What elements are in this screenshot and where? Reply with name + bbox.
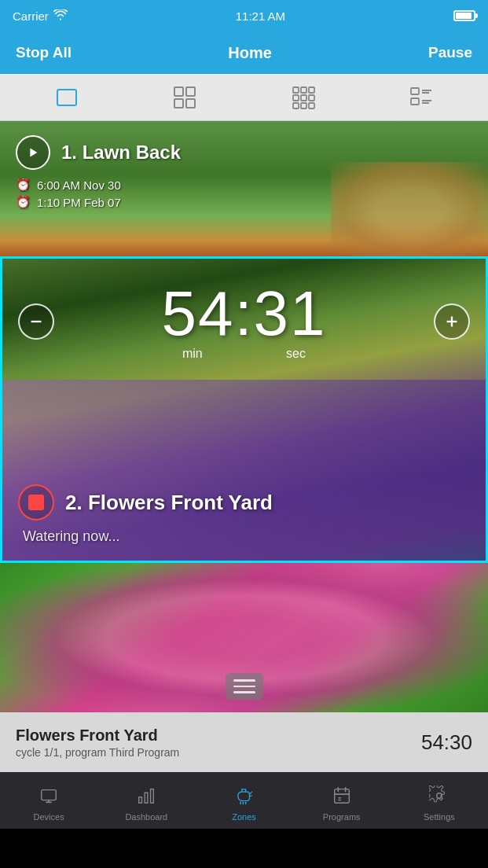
battery-icon [453,10,475,21]
svg-rect-28 [145,793,148,803]
zone1-header: 1. Lawn Back [16,135,472,170]
programs-icon [332,785,352,809]
sec-label: sec [286,347,306,361]
pause-button[interactable]: Pause [428,44,472,61]
view-list-icon[interactable] [404,80,438,115]
svg-rect-10 [309,95,314,101]
tab-dashboard-label: Dashboard [125,812,167,822]
drag-handle-bar [226,673,263,700]
svg-rect-0 [57,90,76,105]
time-display: 11:21 AM [236,9,285,23]
svg-rect-2 [186,87,195,96]
info-sub: cycle 1/1, program Third Program [16,746,179,759]
svg-rect-1 [174,87,183,96]
svg-rect-14 [411,88,419,94]
view-single-icon[interactable] [50,80,84,115]
zone1-content: 1. Lawn Back ⏰ 6:00 AM Nov 30 ⏰ 1:10 PM … [0,121,488,226]
stop-btn-inner [28,495,44,510]
wifi-icon [53,9,68,23]
zone1-schedule1: ⏰ 6:00 AM Nov 30 [16,178,472,192]
clock1-icon: ⏰ [16,178,31,192]
info-bar-left: Flowers Front Yard cycle 1/1, program Th… [16,726,179,759]
tab-settings[interactable]: Settings [391,772,488,829]
status-bar: Carrier 11:21 AM [0,0,488,31]
svg-rect-6 [301,87,306,93]
tab-devices[interactable]: Devices [0,772,97,829]
timer-display: 54:31 min sec [161,282,326,361]
svg-rect-4 [186,99,195,108]
info-timer: 54:30 [421,730,472,755]
svg-rect-33 [334,789,349,804]
zone-card-2: 54:31 min sec 2. Flowers Front Yard Wate… [0,256,488,563]
stop-all-button[interactable]: Stop All [16,44,72,61]
svg-rect-27 [139,797,142,803]
svg-rect-8 [293,95,299,101]
carrier-info: Carrier [13,9,68,23]
svg-rect-24 [42,790,57,800]
svg-rect-12 [301,103,306,108]
zone1-title: 1. Lawn Back [61,142,181,164]
view-selector [0,74,488,121]
tab-zones-label: Zones [232,812,256,822]
increase-timer-button[interactable] [434,303,470,340]
clock2-icon: ⏰ [16,195,31,209]
zone1-play-button[interactable] [16,135,50,170]
zone2-content: 54:31 min sec 2. Flowers Front Yard Wate… [2,259,486,561]
zone2-title: 2. Flowers Front Yard [65,491,273,515]
tab-programs[interactable]: Programs [293,772,391,829]
tab-bar: Devices Dashboard Zones [0,772,488,829]
tab-programs-label: Programs [323,812,361,822]
tab-zones[interactable]: Zones [195,772,292,829]
drag-line-3 [233,691,255,693]
zone-card-1: 1. Lawn Back ⏰ 6:00 AM Nov 30 ⏰ 1:10 PM … [0,121,488,256]
svg-rect-3 [174,99,183,108]
view-quad-icon[interactable] [167,80,202,115]
timer-labels: min sec [161,347,326,361]
svg-rect-11 [293,103,299,108]
dashboard-icon [136,785,156,809]
drag-line-2 [233,686,255,688]
zone2-info: 2. Flowers Front Yard Watering now... [18,484,470,561]
zones-icon [234,785,255,809]
tab-settings-label: Settings [424,812,455,822]
timer-row: 54:31 min sec [18,282,470,361]
settings-icon [429,785,449,809]
view-grid-icon[interactable] [286,80,321,115]
svg-rect-13 [309,103,314,108]
watering-status: Watering now... [18,528,470,545]
info-zone-name: Flowers Front Yard [16,726,179,745]
zone-card-3 [0,563,488,712]
timer-value: 54:31 [161,282,326,345]
svg-rect-9 [301,95,306,101]
decrease-timer-button[interactable] [18,303,54,340]
nav-title: Home [228,44,272,62]
svg-marker-20 [30,149,37,157]
svg-rect-29 [151,789,154,804]
info-bar: Flowers Front Yard cycle 1/1, program Th… [0,712,488,772]
zone1-schedule2: ⏰ 1:10 PM Feb 07 [16,195,472,209]
svg-rect-7 [309,87,314,93]
tab-devices-label: Devices [34,812,64,822]
tab-dashboard[interactable]: Dashboard [97,772,195,829]
svg-rect-17 [411,98,419,105]
svg-rect-5 [293,87,299,93]
min-label: min [182,347,203,361]
nav-bar: Stop All Home Pause [0,31,488,74]
drag-handle[interactable] [226,673,263,700]
drag-line-1 [233,679,255,682]
devices-icon [39,785,59,809]
zone2-name-row: 2. Flowers Front Yard [18,484,470,520]
zone2-stop-button[interactable] [18,484,54,520]
carrier-label: Carrier [13,9,49,23]
